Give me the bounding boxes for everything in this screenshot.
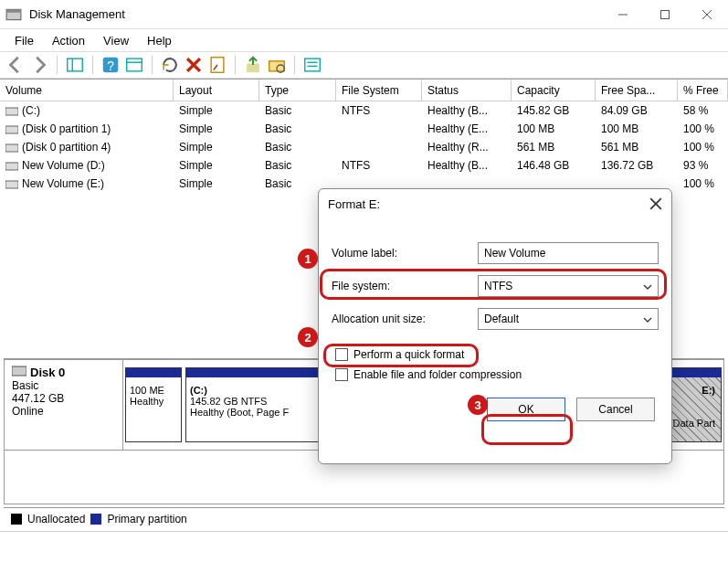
- svg-rect-26: [12, 366, 26, 376]
- annotation-badge-2: 2: [298, 327, 318, 347]
- dialog-titlebar: Format E:: [319, 189, 671, 218]
- svg-rect-23: [5, 144, 18, 152]
- volume-name: New Volume (E:): [22, 177, 104, 190]
- volume-row[interactable]: (Disk 0 partition 4) Simple Basic Health…: [0, 138, 728, 156]
- svg-rect-6: [68, 58, 83, 71]
- partition-label: E:): [702, 385, 715, 396]
- svg-rect-21: [5, 108, 18, 115]
- partition-label: (C:): [190, 385, 207, 396]
- forward-icon[interactable]: [29, 55, 49, 75]
- maximize-button[interactable]: [644, 0, 686, 29]
- close-button[interactable]: [686, 0, 728, 29]
- svg-rect-24: [5, 163, 18, 170]
- legend-label: Primary partition: [107, 513, 186, 525]
- menu-help[interactable]: Help: [138, 32, 181, 49]
- volume-row[interactable]: New Volume (D:) Simple Basic NTFS Health…: [0, 156, 728, 175]
- disk-state: Online: [12, 405, 115, 418]
- col-pctfree[interactable]: % Free: [678, 80, 728, 101]
- menu-view[interactable]: View: [94, 32, 138, 49]
- separator: [294, 56, 295, 74]
- col-status[interactable]: Status: [422, 80, 512, 101]
- help-icon[interactable]: ?: [100, 55, 121, 75]
- annotation-badge-1: 1: [298, 249, 318, 269]
- volume-name: (Disk 0 partition 1): [22, 122, 111, 135]
- drive-icon: [5, 106, 18, 115]
- disk-info[interactable]: Disk 0 Basic 447.12 GB Online: [5, 360, 123, 450]
- annotation-box-2: [323, 344, 479, 367]
- options-icon[interactable]: [302, 55, 322, 75]
- drive-icon: [5, 161, 18, 170]
- mount-icon[interactable]: [243, 55, 263, 75]
- annotation-box-1: [320, 269, 667, 300]
- show-hide-icon[interactable]: [65, 55, 85, 75]
- col-filesystem[interactable]: File System: [336, 80, 422, 101]
- svg-rect-10: [127, 58, 142, 71]
- menubar: File Action View Help: [0, 29, 728, 51]
- col-volume[interactable]: Volume: [0, 80, 174, 101]
- svg-text:?: ?: [107, 59, 114, 73]
- delete-icon[interactable]: [184, 55, 204, 75]
- disk-type: Basic: [12, 379, 115, 392]
- disk-icon: [12, 366, 26, 379]
- separator: [57, 56, 58, 74]
- partition-color-bar: [126, 368, 181, 377]
- checkbox-compression[interactable]: [335, 368, 348, 381]
- titlebar: Disk Management: [0, 0, 728, 29]
- row-compression[interactable]: Enable file and folder compression: [319, 365, 671, 385]
- partition-status: Healthy: [130, 396, 177, 407]
- minimize-button[interactable]: [602, 0, 644, 29]
- drive-icon: [5, 124, 18, 133]
- legend-label: Unallocated: [27, 513, 85, 525]
- partition-size: 100 ME: [130, 385, 177, 396]
- disk-label: Disk 0: [30, 366, 65, 379]
- label-allocation-unit: Allocation unit size:: [332, 313, 478, 325]
- settings-icon[interactable]: [124, 55, 144, 75]
- volume-list: Volume Layout Type File System Status Ca…: [0, 79, 728, 193]
- separator: [152, 56, 153, 74]
- refresh-icon[interactable]: [160, 55, 180, 75]
- col-capacity[interactable]: Capacity: [512, 80, 596, 101]
- legend-swatch-primary: [90, 514, 101, 525]
- volume-row[interactable]: (C:) Simple Basic NTFS Healthy (B... 145…: [0, 101, 728, 120]
- cancel-button[interactable]: Cancel: [576, 398, 655, 421]
- volume-row[interactable]: (Disk 0 partition 1) Simple Basic Health…: [0, 120, 728, 138]
- drive-icon: [5, 179, 18, 188]
- annotation-box-3: [481, 414, 573, 445]
- volume-name: (Disk 0 partition 4): [22, 141, 111, 154]
- menu-action[interactable]: Action: [43, 32, 94, 49]
- row-allocation-unit: Allocation unit size: Default: [319, 302, 671, 335]
- disk-size: 447.12 GB: [12, 392, 115, 405]
- properties-icon[interactable]: [207, 55, 227, 75]
- combo-allocation-unit[interactable]: Default: [478, 308, 659, 330]
- label-volume-label: Volume label:: [332, 247, 478, 260]
- drive-icon: [5, 143, 18, 152]
- col-freespace[interactable]: Free Spa...: [596, 80, 678, 101]
- window-title: Disk Management: [29, 7, 602, 21]
- legend: Unallocated Primary partition: [4, 507, 724, 529]
- separator: [235, 56, 236, 74]
- svg-rect-1: [6, 9, 21, 12]
- col-type[interactable]: Type: [259, 80, 336, 101]
- svg-rect-25: [5, 181, 18, 188]
- col-layout[interactable]: Layout: [174, 80, 259, 101]
- back-icon[interactable]: [5, 55, 26, 75]
- chevron-down-icon: [643, 313, 652, 325]
- dialog-title: Format E:: [328, 197, 380, 211]
- row-volume-label: Volume label: New Volume: [319, 237, 671, 270]
- explore-icon[interactable]: [267, 55, 287, 75]
- close-icon[interactable]: [649, 197, 662, 210]
- input-volume-label[interactable]: New Volume: [478, 242, 659, 264]
- volume-header-row: Volume Layout Type File System Status Ca…: [0, 80, 728, 101]
- toolbar: ?: [0, 51, 728, 79]
- status-bar: [0, 531, 728, 573]
- svg-rect-15: [247, 64, 259, 73]
- annotation-badge-3: 3: [468, 395, 488, 415]
- partition-box[interactable]: 100 ME Healthy: [125, 367, 182, 442]
- label-compression: Enable file and folder compression: [353, 368, 522, 381]
- menu-file[interactable]: File: [5, 32, 43, 49]
- volume-name: New Volume (D:): [22, 159, 105, 172]
- svg-rect-18: [305, 58, 321, 71]
- legend-swatch-unallocated: [11, 514, 22, 525]
- separator: [92, 56, 93, 74]
- svg-rect-3: [661, 10, 670, 18]
